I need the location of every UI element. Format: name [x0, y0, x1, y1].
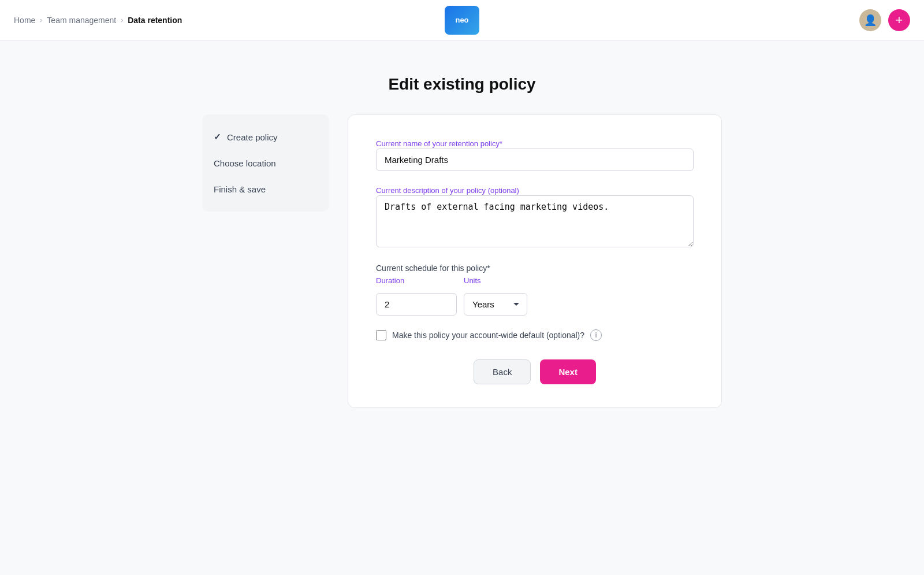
page-title: Edit existing policy	[388, 75, 535, 94]
step-finish-save-label: Finish & save	[214, 184, 266, 194]
add-button[interactable]: +	[888, 9, 910, 31]
default-policy-label: Make this policy your account-wide defau…	[392, 331, 584, 340]
avatar[interactable]: 👤	[859, 9, 881, 31]
page-content: Edit existing policy ✓ Create policy Cho…	[0, 40, 924, 431]
schedule-inputs: Years Months Weeks Days	[376, 293, 694, 316]
back-button[interactable]: Back	[474, 359, 531, 384]
schedule-title: Current schedule for this policy*	[376, 264, 694, 273]
policy-description-group: Current description of your policy (opti…	[376, 185, 694, 250]
policy-description-label: Current description of your policy (opti…	[376, 186, 519, 195]
units-select[interactable]: Years Months Weeks Days	[464, 293, 527, 316]
step-finish-save[interactable]: Finish & save	[202, 176, 329, 202]
top-bar: Home › Team management › Data retention …	[0, 0, 924, 40]
units-label: Units	[464, 276, 481, 285]
check-icon: ✓	[214, 132, 221, 142]
button-row: Back Next	[376, 359, 694, 384]
default-policy-checkbox[interactable]	[376, 330, 386, 340]
step-choose-location-label: Choose location	[214, 158, 276, 168]
chevron-right-icon: ›	[40, 16, 42, 24]
logo: neo	[445, 6, 479, 35]
duration-input[interactable]	[376, 293, 457, 316]
step-choose-location[interactable]: Choose location	[202, 150, 329, 176]
schedule-section: Current schedule for this policy* Durati…	[376, 264, 694, 316]
chevron-right-icon-2: ›	[121, 16, 123, 24]
step-create-policy-label: Create policy	[227, 132, 278, 142]
next-button[interactable]: Next	[540, 359, 596, 384]
policy-name-input[interactable]	[376, 149, 694, 171]
breadcrumb-current: Data retention	[128, 16, 182, 25]
default-policy-row: Make this policy your account-wide defau…	[376, 329, 694, 341]
form-card: Current name of your retention policy* C…	[348, 114, 722, 408]
header-right: 👤 +	[859, 9, 910, 31]
breadcrumb-team-management[interactable]: Team management	[47, 16, 116, 25]
policy-name-group: Current name of your retention policy*	[376, 138, 694, 171]
main-layout: ✓ Create policy Choose location Finish &…	[202, 114, 722, 408]
duration-label: Duration	[376, 276, 457, 285]
step-create-policy[interactable]: ✓ Create policy	[202, 124, 329, 150]
breadcrumb-home[interactable]: Home	[14, 16, 35, 25]
breadcrumb: Home › Team management › Data retention	[14, 16, 182, 25]
steps-sidebar: ✓ Create policy Choose location Finish &…	[202, 114, 329, 212]
policy-name-label: Current name of your retention policy*	[376, 139, 502, 148]
policy-description-textarea[interactable]: Drafts of external facing marketing vide…	[376, 195, 694, 247]
info-icon[interactable]: i	[590, 329, 602, 341]
